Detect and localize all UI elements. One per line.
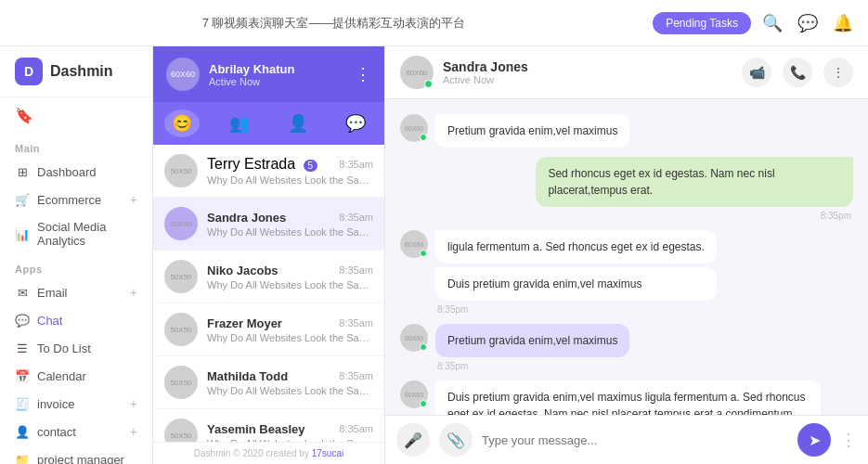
sidebar-item-email[interactable]: ✉ Email + [0,278,152,306]
message-row: 60X60 Pretium gravida enim,vel maximus 8… [400,324,853,371]
chat-main-contact-name: Sandra Jones [443,59,732,74]
chat-item-avatar: 60X60 [164,207,198,240]
msg-content: Pretium gravida enim,vel maximus 8:35pm [435,324,629,371]
msg-bubble: Duis pretium gravida enim,vel maximus li… [435,380,821,415]
chat-header-more-icon[interactable]: ⋮ [355,64,371,84]
msg-time: 8:35pm [435,361,629,371]
topbar: 7 聊视频表演聊天室——提供精彩互动表演的平台 Pending Tasks 🔍 … [0,0,868,46]
chat-item-avatar: 50X50 [164,313,198,346]
bookmark-icon: 🔖 [0,97,152,134]
chat-item-time: 8:35am [339,370,373,381]
messages-area: 60X60 Pretium gravida enim,vel maximus S… [385,99,868,415]
chat-main: 60X60 Sandra Jones Active Now 📹 📞 ⋮ 60X6… [385,46,868,464]
sidebar-item-chat[interactable]: 💬 Chat [0,306,152,334]
msg-content: Sed rhoncus eget ex id egestas. Nam nec … [536,157,853,221]
footer-link[interactable]: 17sucai [312,448,343,458]
chat-list-items: 50X50 Terry Estrada 5 8:35am Why Do All … [153,145,384,442]
input-more-icon[interactable]: ⋮ [840,430,857,450]
chat-item-name: Mathilda Todd [207,369,288,383]
attachment-button[interactable]: 📎 [439,423,473,457]
msg-bubble: Duis pretium gravida enim,vel maximus [435,267,717,301]
voice-call-button[interactable]: 📞 [783,58,812,87]
chat-item-content: Frazer Moyer 8:35am Why Do All Websites … [207,316,373,343]
chat-list-item[interactable]: 50X50 Mathilda Todd 8:35am Why Do All We… [153,356,384,409]
chat-main-contact-status: Active Now [443,74,732,85]
msg-bubble: Sed rhoncus eget ex id egestas. Nam nec … [536,157,853,207]
chat-item-content: Yasemin Beasley 8:35am Why Do All Websit… [207,422,373,443]
message-icon[interactable]: 💬 [797,13,818,33]
chat-item-time: 8:35am [339,423,373,434]
chat-item-preview: Why Do All Websites Look the Sameakei... [207,279,373,290]
msg-time: 8:35pm [435,304,717,315]
chat-item-top: Frazer Moyer 8:35am [207,316,373,330]
sidebar-item-todo[interactable]: ☰ To Do List [0,334,152,362]
chat-item-top: Niko Jacobs 8:35am [207,264,373,277]
message-action-btn[interactable]: 💬 [338,110,373,137]
chat-item-time: 8:35am [339,159,373,170]
chat-item-avatar: 50X50 [164,366,198,399]
message-row: Sed rhoncus eget ex id egestas. Nam nec … [400,157,853,221]
msg-content: Pretium gravida enim,vel maximus [435,114,629,148]
msg-bubble: Pretium gravida enim,vel maximus [435,114,629,148]
msg-avatar: 60X60 [400,324,428,352]
sidebar-item-label: project manager [37,453,137,465]
sidebar-item-project-manager[interactable]: 📁 project manager [0,445,152,464]
chat-item-badge: 5 [304,160,318,172]
dashboard-icon: ⊞ [15,164,30,179]
chat-item-name: Yasemin Beasley [207,422,305,436]
chat-footer: Dashmin © 2020 created by 17sucai [153,442,384,464]
chat-list-item[interactable]: 50X50 Yasemin Beasley 8:35am Why Do All … [153,409,384,442]
chat-list-item[interactable]: 60X60 Sandra Jones 8:35am Why Do All Web… [153,198,384,251]
project-icon: 📁 [15,452,30,464]
sidebar-item-invoice[interactable]: 🧾 invoice + [0,390,152,418]
chat-item-avatar: 50X50 [164,260,198,293]
msg-avatar: 60X60 [400,380,428,408]
online-dot [420,250,427,257]
chat-list-panel: 60X60 Abrilay Khatun Active Now ⋮ 😊 👥 👤 … [153,46,385,464]
message-input[interactable] [482,430,788,451]
chat-main-info: Sandra Jones Active Now [443,59,732,85]
send-button[interactable]: ➤ [797,423,831,457]
add-group-action-btn[interactable]: 👥 [222,110,257,137]
add-user-action-btn[interactable]: 👤 [280,110,316,137]
contact-icon: 👤 [15,424,30,439]
sidebar-item-contact[interactable]: 👤 contact + [0,418,152,445]
sidebar-item-ecommerce[interactable]: 🛒 Ecommerce + [0,186,152,213]
expand-icon: + [130,396,137,411]
email-icon: ✉ [15,285,30,300]
chat-user-info: 60X60 Abrilay Khatun Active Now [166,58,294,91]
video-call-button[interactable]: 📹 [742,58,771,87]
chat-main-header: 60X60 Sandra Jones Active Now 📹 📞 ⋮ [385,46,868,99]
chat-header-avatar: 60X60 [166,58,200,91]
search-icon[interactable]: 🔍 [762,13,783,33]
apps-section-label: Apps [0,254,152,278]
microphone-button[interactable]: 🎤 [396,423,430,457]
more-options-button[interactable]: ⋮ [823,58,853,87]
sidebar-item-calendar[interactable]: 📅 Calendar [0,362,152,390]
chat-item-preview: Why Do All Websites Look the Sameakei... [207,332,373,343]
chat-item-avatar: 50X50 [164,419,198,442]
emoji-action-btn[interactable]: 😊 [164,110,200,137]
sidebar-item-social-media[interactable]: 📊 Social Media Analytics [0,213,152,254]
chat-item-preview: Why Do All Websites Look the Sameakei... [207,174,373,186]
chat-list-item[interactable]: 50X50 Niko Jacobs 8:35am Why Do All Webs… [153,251,384,303]
chat-list-item[interactable]: 50X50 Terry Estrada 5 8:35am Why Do All … [153,145,384,198]
chat-input-area: 🎤 📎 ➤ ⋮ [385,415,868,464]
chat-list-item[interactable]: 50X50 Frazer Moyer 8:35am Why Do All Web… [153,303,384,356]
chat-item-name-text: Terry Estrada [207,156,295,172]
msg-bubble: Pretium gravida enim,vel maximus [435,324,629,357]
chat-item-name: Sandra Jones [207,211,286,225]
pending-tasks-button[interactable]: Pending Tasks [653,12,751,34]
sidebar-item-label: Email [37,286,130,300]
todo-icon: ☰ [15,341,30,355]
chat-item-time: 8:35am [339,212,373,223]
msg-avatar: 60X60 [400,114,428,142]
chat-item-content: Mathilda Todd 8:35am Why Do All Websites… [207,369,373,396]
chat-header-status: Active Now [209,76,294,87]
msg-avatar: 60X60 [400,230,428,258]
sidebar-item-dashboard[interactable]: ⊞ Dashboard [0,158,152,186]
expand-icon: + [130,424,137,439]
chat-item-avatar: 50X50 [164,154,198,187]
chat-item-top: Yasemin Beasley 8:35am [207,422,373,436]
bell-icon[interactable]: 🔔 [833,13,853,33]
